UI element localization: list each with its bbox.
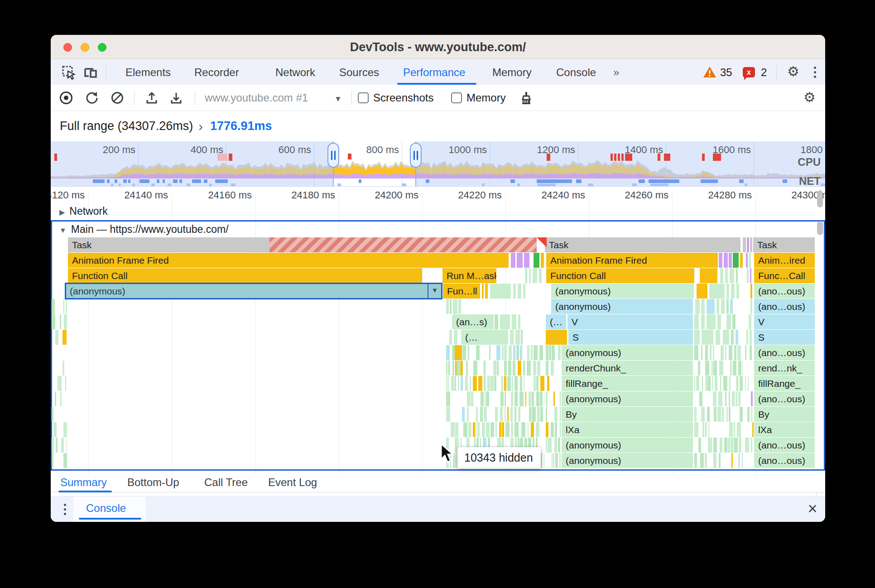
flame-sliver[interactable] (553, 391, 555, 406)
flame-bar[interactable] (547, 376, 549, 391)
reload-and-record-icon[interactable] (85, 91, 99, 105)
flame-sliver[interactable] (55, 330, 58, 345)
flame-bar[interactable] (525, 268, 527, 283)
flame-sliver[interactable] (712, 361, 713, 376)
flame-bar[interactable] (541, 253, 544, 268)
flame-sliver[interactable] (540, 376, 544, 391)
flame-sliver[interactable] (736, 376, 738, 391)
flame-sliver[interactable] (728, 438, 730, 453)
collect-garbage-icon[interactable] (519, 91, 533, 105)
flame-sliver[interactable] (742, 453, 743, 468)
flame-sliver[interactable] (701, 407, 705, 422)
flame-sliver[interactable] (446, 361, 447, 376)
flame-sliver[interactable] (732, 391, 735, 406)
flame-sliver[interactable] (713, 391, 716, 406)
flame-bar[interactable] (707, 314, 716, 329)
flame-bar[interactable] (546, 422, 548, 437)
flame-bar[interactable]: (ano…ous) (754, 284, 815, 299)
flame-sliver[interactable] (531, 345, 533, 360)
flame-sliver[interactable] (537, 361, 540, 376)
flame-sliver[interactable] (734, 438, 738, 453)
flame-bar[interactable] (749, 253, 751, 268)
flame-bar[interactable] (697, 284, 707, 299)
flame-bar[interactable] (702, 330, 713, 345)
flame-sliver[interactable] (511, 422, 513, 437)
flame-sliver[interactable] (473, 361, 477, 376)
flame-sliver[interactable] (508, 361, 511, 376)
tab-console[interactable]: Console (556, 60, 596, 85)
flame-bar[interactable]: Anim…ired (754, 253, 815, 268)
flame-bar[interactable] (454, 330, 457, 345)
flame-sliver[interactable] (723, 376, 727, 391)
flame-sliver[interactable] (713, 453, 716, 468)
load-profile-icon[interactable] (145, 91, 159, 105)
flame-sliver[interactable] (514, 422, 519, 437)
flame-sliver[interactable] (708, 438, 712, 453)
flame-bar[interactable] (694, 330, 700, 345)
flame-sliver[interactable] (707, 407, 710, 422)
drawer-tab-console[interactable]: Console (86, 496, 126, 520)
flame-sliver[interactable] (62, 330, 67, 345)
flame-bar[interactable] (450, 299, 452, 314)
flame-sliver[interactable] (467, 391, 471, 406)
flame-sliver[interactable] (516, 345, 519, 360)
flame-bar[interactable]: Task (545, 237, 740, 252)
flame-sliver[interactable] (719, 453, 721, 468)
flame-sliver[interactable] (514, 391, 518, 406)
flame-bar[interactable] (700, 268, 717, 283)
flame-sliver[interactable] (452, 361, 454, 376)
flame-sliver[interactable] (446, 376, 447, 391)
flame-sliver[interactable] (513, 361, 515, 376)
flame-sliver[interactable] (446, 391, 450, 406)
flame-sliver[interactable] (490, 422, 494, 437)
flame-sliver[interactable] (544, 391, 544, 406)
selection-left-handle[interactable] (327, 143, 339, 168)
flame-bar[interactable]: Function Call (68, 268, 422, 283)
tab-network[interactable]: Network (275, 60, 315, 85)
flame-sliver[interactable] (462, 345, 466, 360)
flame-sliver[interactable] (455, 422, 458, 437)
flame-sliver[interactable] (471, 391, 473, 406)
screenshots-checkbox[interactable] (358, 92, 369, 103)
drawer-menu-icon[interactable] (63, 504, 66, 515)
flame-sliver[interactable] (546, 361, 548, 376)
flame-bar[interactable] (749, 314, 751, 329)
flame-sliver[interactable] (532, 391, 534, 406)
flame-sliver[interactable] (477, 422, 480, 437)
flame-sliver[interactable] (457, 361, 461, 376)
flame-bar[interactable]: (anonymous) (562, 345, 693, 360)
flame-sliver[interactable] (725, 391, 726, 406)
flame-sliver[interactable] (745, 345, 746, 360)
flame-bar[interactable]: (ano…ous) (754, 438, 815, 453)
flame-sliver[interactable] (694, 453, 697, 468)
flame-bar[interactable] (750, 330, 752, 345)
save-profile-icon[interactable] (169, 91, 183, 105)
flame-sliver[interactable] (748, 376, 749, 391)
flame-bar[interactable]: Function Call (546, 268, 694, 283)
flame-sliver[interactable] (698, 438, 701, 453)
flame-sliver[interactable] (55, 391, 56, 406)
flame-sliver[interactable] (61, 438, 64, 453)
flame-sliver[interactable] (724, 438, 727, 453)
close-drawer-icon[interactable]: × (802, 497, 823, 521)
flame-sliver[interactable] (451, 422, 455, 437)
flame-sliver[interactable] (713, 361, 717, 376)
flame-sliver[interactable] (493, 361, 496, 376)
flame-sliver[interactable] (539, 345, 543, 360)
flame-bar[interactable] (523, 284, 525, 299)
flame-bar[interactable] (747, 268, 749, 283)
flame-sliver[interactable] (720, 438, 722, 453)
flame-sliver[interactable] (698, 361, 700, 376)
flame-sliver[interactable] (751, 438, 752, 453)
flame-sliver[interactable] (529, 407, 531, 422)
flame-sliver[interactable] (541, 453, 542, 468)
flame-sliver[interactable] (519, 391, 524, 406)
flame-sliver[interactable] (558, 438, 560, 453)
flame-sliver[interactable] (751, 407, 752, 422)
flame-bar[interactable]: (ano…ous) (754, 345, 815, 360)
flame-bar[interactable] (453, 299, 457, 314)
flame-sliver[interactable] (66, 299, 67, 314)
selected-flame-bar[interactable]: (anonymous) ▼ (65, 283, 442, 299)
flame-sliver[interactable] (499, 422, 501, 437)
flame-sliver[interactable] (504, 361, 507, 376)
